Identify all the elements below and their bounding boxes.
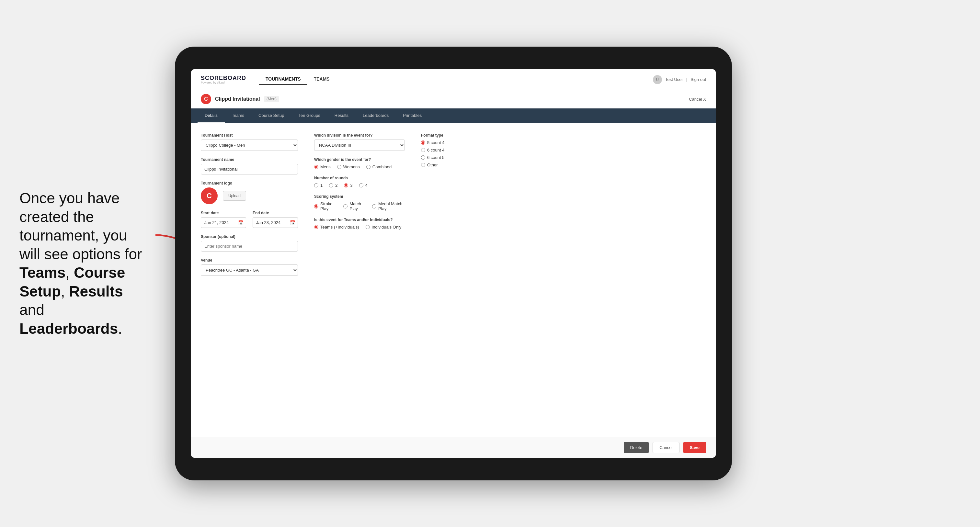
logo-preview: C [201,187,218,204]
nav-left: SCOREBOARD Powered by clippd TOURNAMENTS… [201,74,336,85]
rounds-option-4[interactable]: 4 [359,183,368,188]
scoring-option-match[interactable]: Match Play [343,202,366,211]
scoring-label-stroke: Stroke Play [320,202,337,211]
upload-button[interactable]: Upload [223,191,246,201]
rounds-option-3[interactable]: 3 [344,183,352,188]
rounds-radio-1[interactable] [314,183,318,187]
format-label-6count5: 6 count 5 [427,155,445,160]
tournament-title-row: C Clippd Invitational (Men) [201,94,279,104]
rounds-option-1[interactable]: 1 [314,183,323,188]
nav-tournaments[interactable]: TOURNAMENTS [259,74,307,85]
sponsor-input[interactable] [201,241,298,252]
tab-results[interactable]: Results [328,108,356,123]
tournament-name-input[interactable] [201,164,298,175]
end-date-label: End date [253,211,298,215]
format-option-6count4[interactable]: 6 count 4 [421,148,706,152]
tablet-shell: SCOREBOARD Powered by clippd TOURNAMENTS… [175,47,732,480]
rounds-radio-2[interactable] [329,183,333,187]
teams-option-teams[interactable]: Teams (+Individuals) [314,225,359,230]
cancel-button-footer[interactable]: Cancel [652,442,679,453]
format-radio-6count5[interactable] [421,156,425,160]
gender-radio-combined[interactable] [366,165,371,169]
format-label-5count4: 5 count 4 [427,140,445,145]
teams-label: Is this event for Teams and/or Individua… [314,217,405,222]
left-form-column: Tournament Host Clippd College - Men Tou… [201,133,298,282]
format-radio-group: 5 count 4 6 count 4 6 count 5 [421,140,706,167]
format-option-5count4[interactable]: 5 count 4 [421,140,706,145]
venue-label: Venue [201,258,298,262]
tab-leaderboards[interactable]: Leaderboards [356,108,396,123]
scoring-radio-match[interactable] [343,204,347,208]
tab-printables[interactable]: Printables [396,108,429,123]
nav-right: U Test User | Sign out [653,75,706,84]
start-date-label: Start date [201,211,246,215]
scoring-option-medal[interactable]: Medal Match Play [372,202,405,211]
format-label-6count4: 6 count 4 [427,148,445,152]
tablet-screen: SCOREBOARD Powered by clippd TOURNAMENTS… [191,69,716,458]
logo-text: SCOREBOARD [201,75,246,82]
rounds-option-2[interactable]: 2 [329,183,337,188]
instructional-text: Once you have created the tournament, yo… [6,176,156,351]
format-radio-other[interactable] [421,163,425,167]
division-field: Which division is the event for? NCAA Di… [314,133,405,151]
division-select[interactable]: NCAA Division III [314,140,405,151]
tab-details[interactable]: Details [197,108,225,123]
format-field: Format type 5 count 4 6 count 4 [421,133,706,167]
rounds-radio-4[interactable] [359,183,363,187]
format-option-6count5[interactable]: 6 count 5 [421,155,706,160]
format-option-other[interactable]: Other [421,162,706,167]
form-area: Tournament Host Clippd College - Men Tou… [201,133,706,282]
gender-radio-mens[interactable] [314,165,318,169]
sponsor-label: Sponsor (optional) [201,234,298,239]
scoring-radio-medal[interactable] [372,204,376,208]
logo-upload-row: C Upload [201,187,298,204]
rounds-label-1: 1 [320,183,323,188]
gender-label-combined: Combined [372,164,391,169]
tournament-header: C Clippd Invitational (Men) Cancel X [191,90,716,108]
tournament-icon: C [201,94,211,104]
teams-radio-group: Teams (+Individuals) Individuals Only [314,225,405,230]
calendar-icon-end: 📅 [290,220,295,225]
venue-field: Venue Peachtree GC - Atlanta - GA [201,258,298,276]
gender-option-womens[interactable]: Womens [337,164,360,169]
teams-option-individuals[interactable]: Individuals Only [366,225,402,230]
sub-tabs-bar: Details Teams Course Setup Tee Groups Re… [191,108,716,123]
start-date-wrapper: 📅 [201,217,246,228]
end-date-field: End date 📅 [253,211,298,228]
sponsor-field: Sponsor (optional) [201,234,298,252]
scoring-option-stroke[interactable]: Stroke Play [314,202,337,211]
rounds-label-2: 2 [335,183,337,188]
tab-course-setup[interactable]: Course Setup [251,108,291,123]
tab-tee-groups[interactable]: Tee Groups [291,108,328,123]
nav-teams[interactable]: TEAMS [307,74,336,85]
rounds-radio-3[interactable] [344,183,348,187]
teams-radio-individuals[interactable] [366,225,370,229]
teams-radio-teams[interactable] [314,225,318,229]
tournament-host-select[interactable]: Clippd College - Men [201,140,298,151]
division-label: Which division is the event for? [314,133,405,138]
logo-sub: Powered by clippd [201,81,246,84]
delete-button[interactable]: Delete [624,442,649,453]
right-form-column: Format type 5 count 4 6 count 4 [421,133,706,282]
venue-select[interactable]: Peachtree GC - Atlanta - GA [201,265,298,276]
scoring-radio-group: Stroke Play Match Play Medal Match Play [314,202,405,211]
save-button[interactable]: Save [683,442,706,453]
format-radio-5count4[interactable] [421,140,425,145]
cancel-button-top[interactable]: Cancel X [689,97,706,102]
tournament-host-label: Tournament Host [201,133,298,138]
tournament-logo-field: Tournament logo C Upload [201,181,298,204]
user-label: Test User [665,77,683,82]
gender-option-mens[interactable]: Mens [314,164,331,169]
tournament-name-label: Tournament name [201,157,298,162]
start-date-field: Start date 📅 [201,211,246,228]
format-radio-6count4[interactable] [421,148,425,152]
scoring-radio-stroke[interactable] [314,204,318,208]
nav-links: TOURNAMENTS TEAMS [259,74,336,85]
gender-radio-womens[interactable] [337,165,341,169]
gender-field: Which gender is the event for? Mens Wome… [314,157,405,169]
tab-teams[interactable]: Teams [225,108,251,123]
gender-option-combined[interactable]: Combined [366,164,391,169]
main-content: Tournament Host Clippd College - Men Tou… [191,123,716,437]
sign-out-link[interactable]: Sign out [690,77,706,82]
scoring-label-match: Match Play [350,202,366,211]
